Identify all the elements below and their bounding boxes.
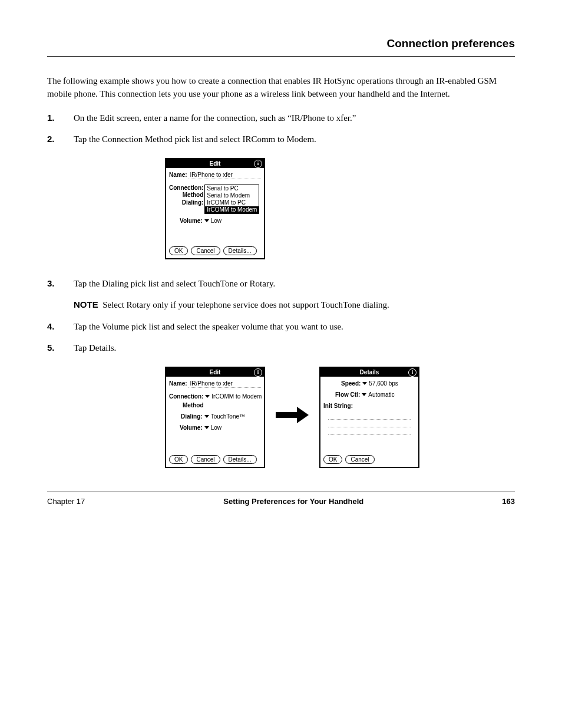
screenshot-edit-to-details: Edit i Name: IR/Phone to xfer Connection… bbox=[165, 367, 515, 468]
ok-button[interactable]: OK bbox=[169, 455, 188, 464]
palm-window-edit2: Edit i Name: IR/Phone to xfer Connection… bbox=[165, 367, 265, 468]
connection-picklist[interactable]: IrCOMM to Modem bbox=[203, 393, 262, 400]
footer-title: Setting Preferences for Your Handheld bbox=[223, 496, 363, 508]
footer-pagenum: 163 bbox=[502, 496, 515, 508]
palm-titlebar: Edit i bbox=[166, 368, 264, 377]
palm-window-details: Details i Speed: 57,600 bps Flow Ctl: Au… bbox=[319, 367, 419, 468]
name-input[interactable]: IR/Phone to xfer bbox=[189, 380, 261, 388]
palm-window-edit: Edit i Name: IR/Phone to xfer Connection… bbox=[165, 158, 265, 259]
step-text: Tap the Connection Method pick list and … bbox=[74, 133, 515, 146]
note-label: NOTE bbox=[74, 299, 98, 309]
note-row: NOTE Select Rotary only if your telephon… bbox=[47, 298, 515, 312]
method-label: Method bbox=[183, 402, 204, 409]
info-icon[interactable]: i bbox=[254, 368, 262, 377]
step-4: 4. Tap the Volume pick list and select t… bbox=[47, 320, 515, 334]
step-num: 3. bbox=[47, 277, 74, 291]
step-5: 5. Tap Details. bbox=[47, 341, 515, 355]
volume-picklist[interactable]: Low bbox=[203, 424, 222, 431]
page-header: Connection preferences bbox=[47, 35, 515, 52]
details-button[interactable]: Details... bbox=[223, 455, 257, 464]
step-text: Tap Details. bbox=[74, 341, 515, 355]
name-input[interactable]: IR/Phone to xfer bbox=[189, 172, 261, 179]
screenshot-edit-dropdown: Edit i Name: IR/Phone to xfer Connection… bbox=[165, 158, 515, 259]
intro-text: The following example shows you how to c… bbox=[47, 74, 515, 101]
step-text: On the Edit screen, enter a name for the… bbox=[74, 111, 515, 125]
svg-marker-1 bbox=[297, 407, 309, 423]
palm-title: Edit bbox=[210, 369, 221, 375]
palm-titlebar: Details i bbox=[320, 368, 418, 377]
step-text: Tap the Dialing pick list and select Tou… bbox=[74, 277, 515, 291]
footer-chapter: Chapter 17 bbox=[47, 496, 85, 508]
cancel-button[interactable]: Cancel bbox=[345, 455, 374, 464]
dialing-label: Dialing: bbox=[181, 413, 203, 420]
step-num: 2. bbox=[47, 133, 74, 146]
speed-label: Speed: bbox=[341, 380, 361, 387]
palm-titlebar: Edit i bbox=[166, 159, 264, 168]
palm-title: Details bbox=[360, 369, 379, 375]
svg-rect-0 bbox=[276, 412, 297, 418]
step-1: 1. On the Edit screen, enter a name for … bbox=[47, 111, 515, 125]
dialing-picklist[interactable]: TouchTone™ bbox=[203, 413, 245, 420]
connection-label: Connection: bbox=[169, 393, 203, 400]
method-label: Method bbox=[169, 192, 203, 199]
flowctl-picklist[interactable]: Automatic bbox=[360, 391, 394, 398]
info-icon[interactable]: i bbox=[254, 160, 262, 168]
step-3: 3. Tap the Dialing pick list and select … bbox=[47, 277, 515, 291]
option-ircomm-pc[interactable]: IrCOMM to PC bbox=[205, 199, 259, 206]
volume-picklist[interactable]: Low bbox=[203, 218, 222, 225]
option-serial-modem[interactable]: Serial to Modem bbox=[205, 192, 259, 199]
palm-title: Edit bbox=[210, 160, 221, 167]
dialing-label: Dialing: bbox=[169, 199, 203, 206]
ok-button[interactable]: OK bbox=[323, 455, 342, 464]
name-label: Name: bbox=[169, 172, 187, 179]
step-num: 1. bbox=[47, 111, 74, 125]
page-footer: Chapter 17 Setting Preferences for Your … bbox=[47, 492, 515, 508]
step-text: Tap the Volume pick list and select the … bbox=[74, 320, 515, 334]
step-num: 5. bbox=[47, 341, 74, 355]
details-button[interactable]: Details... bbox=[223, 246, 257, 255]
option-serial-pc[interactable]: Serial to PC bbox=[205, 185, 259, 192]
arrow-right-icon bbox=[276, 407, 309, 427]
cancel-button[interactable]: Cancel bbox=[191, 246, 220, 255]
speed-picklist[interactable]: 57,600 bps bbox=[361, 380, 398, 387]
initstring-input[interactable] bbox=[328, 412, 411, 435]
flowctl-label: Flow Ctl: bbox=[335, 391, 360, 398]
name-label: Name: bbox=[169, 380, 187, 388]
connection-dropdown-open[interactable]: Serial to PC Serial to Modem IrCOMM to P… bbox=[204, 185, 259, 214]
ok-button[interactable]: OK bbox=[169, 246, 188, 255]
step-2: 2. Tap the Connection Method pick list a… bbox=[47, 133, 515, 146]
note-text: Select Rotary only if your telephone ser… bbox=[103, 300, 389, 309]
volume-label: Volume: bbox=[180, 424, 203, 431]
volume-label: Volume: bbox=[180, 218, 203, 225]
connection-label: Connection: bbox=[169, 185, 203, 192]
cancel-button[interactable]: Cancel bbox=[191, 455, 220, 464]
step-num: 4. bbox=[47, 320, 74, 334]
info-icon[interactable]: i bbox=[408, 368, 416, 377]
header-rule bbox=[47, 56, 515, 57]
option-ircomm-modem[interactable]: IrCOMM to Modem bbox=[205, 206, 259, 213]
initstring-label: Init String: bbox=[323, 403, 353, 410]
